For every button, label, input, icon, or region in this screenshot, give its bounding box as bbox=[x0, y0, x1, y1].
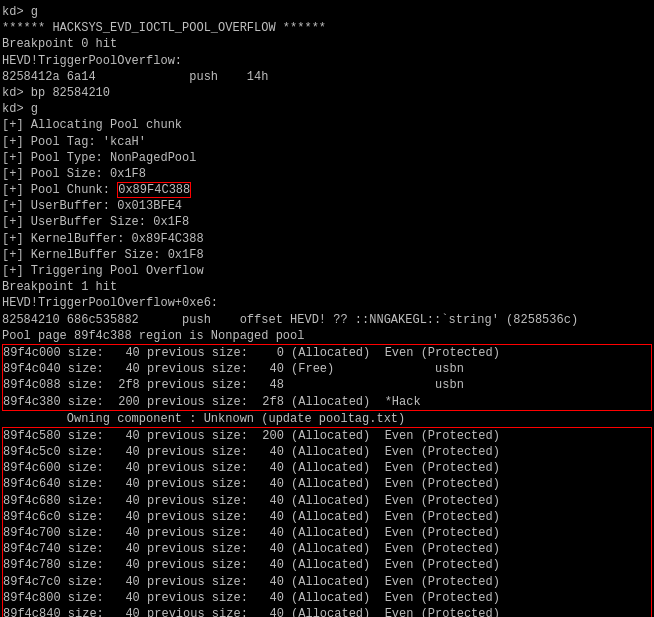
line-36: 89f4c7c0 size: 40 previous size: 40 (All… bbox=[3, 574, 651, 590]
line-13: [+] UserBuffer: 0x013BFE4 bbox=[2, 198, 652, 214]
line-9: [+] Pool Tag: 'kcaH' bbox=[2, 134, 652, 150]
line-35: 89f4c780 size: 40 previous size: 40 (All… bbox=[3, 557, 651, 573]
line-32: 89f4c6c0 size: 40 previous size: 40 (All… bbox=[3, 509, 651, 525]
pool-group-2: 89f4c580 size: 40 previous size: 200 (Al… bbox=[2, 427, 652, 617]
pool-group-1: 89f4c000 size: 40 previous size: 0 (Allo… bbox=[2, 344, 652, 411]
line-4: HEVD!TriggerPoolOverflow: bbox=[2, 53, 652, 69]
line-3: Breakpoint 0 hit bbox=[2, 36, 652, 52]
line-11: [+] Pool Size: 0x1F8 bbox=[2, 166, 652, 182]
line-38: 89f4c840 size: 40 previous size: 40 (All… bbox=[3, 606, 651, 617]
terminal: kd> g ****** HACKSYS_EVD_IOCTL_POOL_OVER… bbox=[0, 0, 654, 617]
line-30: 89f4c640 size: 40 previous size: 40 (All… bbox=[3, 476, 651, 492]
line-33: 89f4c700 size: 40 previous size: 40 (All… bbox=[3, 525, 651, 541]
line-34: 89f4c740 size: 40 previous size: 40 (All… bbox=[3, 541, 651, 557]
line-6: kd> bp 82584210 bbox=[2, 85, 652, 101]
line-26: Owning component : Unknown (update poolt… bbox=[2, 411, 652, 427]
line-19: HEVD!TriggerPoolOverflow+0xe6: bbox=[2, 295, 652, 311]
line-1: kd> g bbox=[2, 4, 652, 20]
line-23: 89f4c040 size: 40 previous size: 40 (Fre… bbox=[3, 361, 651, 377]
line-10: [+] Pool Type: NonPagedPool bbox=[2, 150, 652, 166]
line-18: Breakpoint 1 hit bbox=[2, 279, 652, 295]
line-5: 8258412a 6a14 push 14h bbox=[2, 69, 652, 85]
line-29: 89f4c600 size: 40 previous size: 40 (All… bbox=[3, 460, 651, 476]
line-2: ****** HACKSYS_EVD_IOCTL_POOL_OVERFLOW *… bbox=[2, 20, 652, 36]
line-20: 82584210 686c535882 push offset HEVD! ??… bbox=[2, 312, 652, 328]
line-16: [+] KernelBuffer Size: 0x1F8 bbox=[2, 247, 652, 263]
pool-chunk-highlight: 0x89F4C388 bbox=[117, 182, 191, 198]
line-12: [+] Pool Chunk: 0x89F4C388 bbox=[2, 182, 652, 198]
line-7: kd> g bbox=[2, 101, 652, 117]
line-21: Pool page 89f4c388 region is Nonpaged po… bbox=[2, 328, 652, 344]
line-31: 89f4c680 size: 40 previous size: 40 (All… bbox=[3, 493, 651, 509]
line-24: 89f4c088 size: 2f8 previous size: 48 usb… bbox=[3, 377, 651, 393]
line-14: [+] UserBuffer Size: 0x1F8 bbox=[2, 214, 652, 230]
line-37: 89f4c800 size: 40 previous size: 40 (All… bbox=[3, 590, 651, 606]
line-25: 89f4c380 size: 200 previous size: 2f8 (A… bbox=[3, 394, 651, 410]
line-15: [+] KernelBuffer: 0x89F4C388 bbox=[2, 231, 652, 247]
line-28: 89f4c5c0 size: 40 previous size: 40 (All… bbox=[3, 444, 651, 460]
line-8: [+] Allocating Pool chunk bbox=[2, 117, 652, 133]
line-27: 89f4c580 size: 40 previous size: 200 (Al… bbox=[3, 428, 651, 444]
line-22: 89f4c000 size: 40 previous size: 0 (Allo… bbox=[3, 345, 651, 361]
line-17: [+] Triggering Pool Overflow bbox=[2, 263, 652, 279]
